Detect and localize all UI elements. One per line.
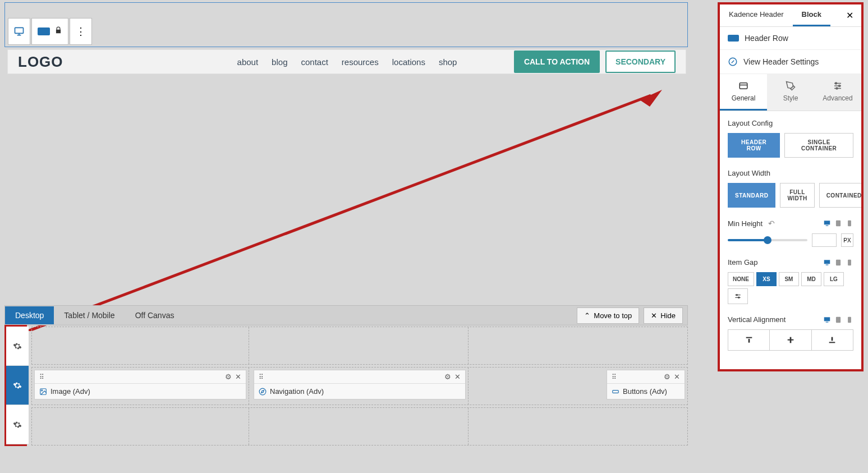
svg-rect-9: [613, 390, 619, 393]
device-mobile-icon[interactable]: [846, 316, 853, 324]
svg-rect-25: [836, 259, 841, 265]
close-icon[interactable]: ✕: [674, 373, 680, 381]
close-icon[interactable]: ✕: [235, 373, 241, 381]
device-desktop-icon[interactable]: [823, 219, 831, 227]
row-main-settings[interactable]: [6, 366, 29, 405]
gear-icon[interactable]: ⚙: [664, 373, 670, 381]
device-tablet-icon[interactable]: [834, 316, 842, 324]
close-icon[interactable]: ✕: [454, 373, 461, 381]
block-image-adv[interactable]: ⠿⚙✕ Image (Adv): [34, 370, 246, 399]
svg-rect-21: [836, 221, 841, 227]
valign-bottom[interactable]: [812, 330, 853, 350]
nav-contact[interactable]: contact: [301, 57, 328, 67]
svg-rect-23: [824, 260, 830, 264]
svg-rect-24: [826, 264, 829, 265]
block-label: Image (Adv): [50, 387, 90, 396]
nav-about[interactable]: about: [237, 57, 259, 67]
move-to-top-button[interactable]: ⌃Move to top: [577, 307, 639, 324]
gap-md[interactable]: MD: [801, 272, 821, 286]
min-height-slider[interactable]: [728, 239, 807, 241]
min-height-label: Min Height↶: [728, 219, 775, 228]
min-height-unit[interactable]: PX: [841, 233, 853, 247]
tab-tablet-mobile[interactable]: Tablet / Mobile: [54, 306, 125, 324]
layout-config-header-row[interactable]: HEADER ROW: [728, 133, 780, 158]
nav-blog[interactable]: blog: [272, 57, 287, 67]
header-builder: ⠿⚙✕ Image (Adv) ⠿⚙✕ Navigation (Adv) ⠿⚙✕…: [4, 327, 688, 448]
device-tabs: Desktop Tablet / Mobile Off Canvas ⌃Move…: [4, 305, 688, 325]
sliders-icon: [833, 81, 843, 91]
svg-rect-39: [829, 342, 835, 343]
layout-width-standard[interactable]: STANDARD: [728, 183, 775, 208]
valign-top[interactable]: [728, 330, 770, 350]
layout-width-full[interactable]: FULL WIDTH: [780, 183, 814, 208]
layout-config-single-container[interactable]: SINGLE CONTAINER: [784, 133, 853, 158]
valign-middle[interactable]: [770, 330, 811, 350]
item-gap-label: Item Gap: [728, 258, 757, 267]
nav-resources[interactable]: resources: [342, 57, 379, 67]
selected-block-indicator: Header Row: [720, 27, 861, 50]
button-icon: [612, 388, 619, 396]
more-options-button[interactable]: ⋮: [70, 18, 92, 45]
secondary-button[interactable]: SECONDARY: [605, 50, 676, 73]
align-middle-icon: [786, 336, 795, 345]
subtab-advanced[interactable]: Advanced: [814, 74, 861, 111]
subtab-general[interactable]: General: [720, 74, 767, 111]
device-desktop-icon[interactable]: [823, 259, 831, 267]
view-header-settings-link[interactable]: View Header Settings: [720, 50, 861, 74]
svg-marker-8: [261, 390, 264, 393]
tab-desktop[interactable]: Desktop: [5, 306, 54, 324]
device-mobile-icon[interactable]: [846, 259, 853, 267]
block-navigation-adv[interactable]: ⠿⚙✕ Navigation (Adv): [254, 370, 466, 399]
drag-icon[interactable]: ⠿: [259, 373, 264, 381]
close-sidebar-button[interactable]: ✕: [838, 4, 861, 26]
preview-header-row: LOGO about blog contact resources locati…: [7, 49, 686, 74]
gap-xs[interactable]: XS: [756, 272, 777, 286]
device-tablet-icon[interactable]: [834, 219, 842, 227]
layout-width-label: Layout Width: [728, 169, 853, 177]
device-desktop-icon[interactable]: [823, 316, 831, 324]
layout-width-contained[interactable]: CONTAINED: [819, 183, 864, 208]
gear-icon[interactable]: ⚙: [444, 373, 451, 381]
gap-none[interactable]: NONE: [728, 272, 754, 286]
row-top-settings[interactable]: [6, 327, 29, 366]
svg-rect-38: [790, 337, 792, 343]
subtab-style[interactable]: Style: [767, 74, 814, 111]
gap-custom[interactable]: [728, 288, 748, 304]
gap-sm[interactable]: SM: [779, 272, 799, 286]
svg-rect-26: [848, 259, 851, 265]
gear-icon[interactable]: ⚙: [225, 373, 232, 381]
hide-button[interactable]: ✕Hide: [644, 307, 683, 324]
svg-rect-40: [832, 337, 833, 341]
svg-rect-22: [848, 221, 851, 227]
canvas-background: [4, 74, 688, 304]
row-settings-column: [4, 327, 27, 446]
builder-row-bottom[interactable]: [31, 407, 688, 446]
drag-icon[interactable]: ⠿: [39, 373, 44, 381]
cta-button[interactable]: CALL TO ACTION: [514, 50, 600, 73]
block-label: Navigation (Adv): [270, 387, 324, 396]
nav-shop[interactable]: shop: [439, 57, 457, 67]
settings-sidebar: Kadence Header Block ✕ Header Row View H…: [718, 2, 864, 371]
min-height-input[interactable]: [812, 233, 837, 247]
undo-icon[interactable]: ↶: [768, 219, 775, 228]
svg-point-7: [259, 388, 266, 395]
tab-kadence-header[interactable]: Kadence Header: [720, 4, 793, 26]
block-buttons-adv[interactable]: ⠿⚙✕ Buttons (Adv): [607, 370, 685, 399]
device-mobile-icon[interactable]: [846, 219, 853, 227]
builder-row-top[interactable]: [31, 327, 688, 365]
tab-block[interactable]: Block: [793, 4, 830, 26]
sliders-icon: [734, 292, 742, 300]
nav-locations[interactable]: locations: [392, 57, 425, 67]
tab-off-canvas[interactable]: Off Canvas: [125, 306, 185, 324]
row-bottom-settings[interactable]: [6, 405, 29, 444]
block-type-indicator[interactable]: [31, 18, 68, 45]
builder-row-main[interactable]: ⠿⚙✕ Image (Adv) ⠿⚙✕ Navigation (Adv) ⠿⚙✕…: [31, 367, 688, 405]
align-top-icon: [745, 336, 754, 345]
selected-block-name: Header Row: [745, 34, 788, 43]
device-tablet-icon[interactable]: [834, 259, 842, 267]
canvas-selection-outline: [4, 2, 688, 47]
desktop-preview-icon[interactable]: [8, 18, 30, 45]
layout-config-label: Layout Config: [728, 119, 853, 127]
drag-icon[interactable]: ⠿: [612, 373, 617, 381]
gap-lg[interactable]: LG: [824, 272, 844, 286]
